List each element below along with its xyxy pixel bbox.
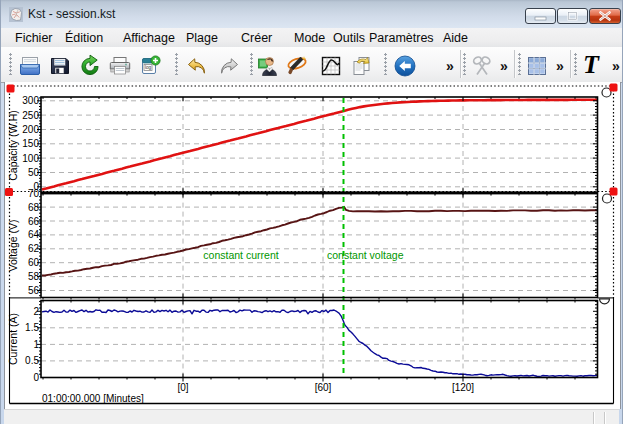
svg-text:68: 68 [28,202,40,213]
svg-text:[60]: [60] [315,382,332,393]
svg-text:64: 64 [28,229,40,240]
svg-text:0.5: 0.5 [25,355,39,366]
svg-text:Current (A): Current (A) [7,313,19,365]
svg-text:1: 1 [33,339,39,350]
svg-text:66: 66 [28,216,40,227]
svg-text:300: 300 [22,95,39,106]
svg-text:200: 200 [22,124,39,135]
svg-text:60: 60 [28,257,40,268]
svg-text:[120]: [120] [452,382,474,393]
svg-text:58: 58 [28,271,40,282]
svg-text:01:00:00.000 [Minutes]: 01:00:00.000 [Minutes] [42,393,144,404]
svg-text:62: 62 [28,243,40,254]
svg-text:constant voltage: constant voltage [327,249,404,261]
svg-text:Capacity (W.H): Capacity (W.H) [7,110,19,181]
svg-text:70: 70 [28,188,40,199]
svg-text:constant current: constant current [203,249,278,261]
svg-text:1.5: 1.5 [25,322,39,333]
svg-text:250: 250 [22,110,39,121]
svg-text:2: 2 [33,306,39,317]
svg-text:0: 0 [33,372,39,383]
svg-text:100: 100 [22,153,39,164]
svg-text:[0]: [0] [177,382,188,393]
svg-text:50: 50 [28,167,40,178]
svg-text:150: 150 [22,138,39,149]
svg-text:56: 56 [28,285,40,296]
svg-text:Voltage (V): Voltage (V) [7,220,19,272]
